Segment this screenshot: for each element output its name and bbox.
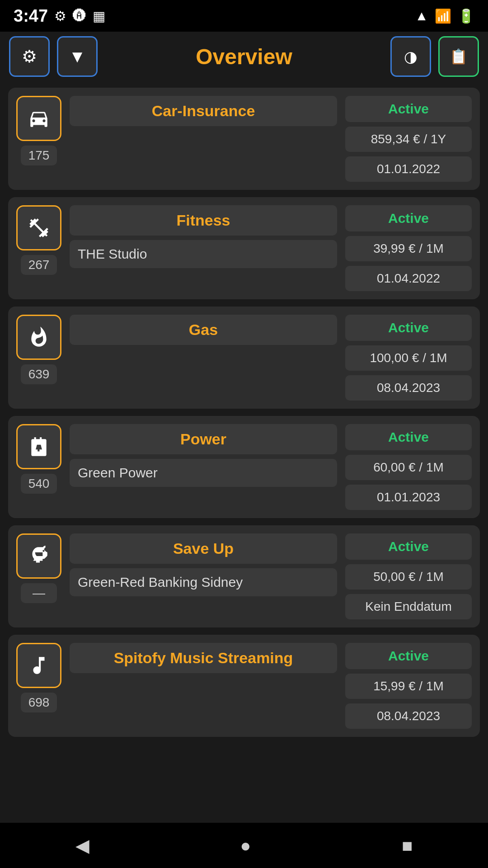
sub-card-left-1: 267 bbox=[16, 205, 61, 275]
sub-card-middle-1: Fitness THE Studio bbox=[70, 205, 337, 268]
sub-price-3: 60,00 € / 1M bbox=[345, 455, 472, 480]
header: ⚙ ▼ Overview ◑ 📋 bbox=[0, 32, 488, 81]
list-item[interactable]: — Save Up Green-Red Banking Sidney Activ… bbox=[8, 525, 480, 627]
sub-date-0: 01.01.2022 bbox=[345, 156, 472, 182]
sub-card-left-0: 175 bbox=[16, 96, 61, 165]
bottom-navigation: ◀ ● ■ bbox=[0, 823, 488, 868]
sub-id-2: 639 bbox=[21, 364, 57, 384]
settings-status-icon: ⚙ bbox=[54, 8, 66, 24]
recent-button[interactable]: ■ bbox=[384, 831, 431, 860]
sub-status-5: Active bbox=[345, 643, 472, 669]
sub-card-right-2: Active 100,00 € / 1M 08.04.2023 bbox=[345, 315, 472, 401]
list-item[interactable]: 175 Car-Insurance Active 859,34 € / 1Y 0… bbox=[8, 88, 480, 190]
sub-status-4: Active bbox=[345, 533, 472, 560]
sub-title-5: Spitofy Music Streaming bbox=[70, 643, 337, 673]
sub-status-1: Active bbox=[345, 205, 472, 231]
back-button[interactable]: ◀ bbox=[57, 830, 108, 860]
sub-card-left-4: — bbox=[16, 533, 61, 603]
refresh-icon: ◑ bbox=[404, 47, 418, 66]
status-time: 3:47 bbox=[14, 6, 48, 26]
sub-card-right-4: Active 50,00 € / 1M Kein Enddatum bbox=[345, 533, 472, 619]
sub-id-0: 175 bbox=[21, 146, 57, 165]
sub-card-right-0: Active 859,34 € / 1Y 01.01.2022 bbox=[345, 96, 472, 182]
sub-card-left-2: 639 bbox=[16, 315, 61, 384]
sub-title-3: Power bbox=[70, 424, 337, 454]
subscription-list: 175 Car-Insurance Active 859,34 € / 1Y 0… bbox=[0, 81, 488, 743]
sub-description-3: Green Power bbox=[70, 459, 337, 487]
sub-title-2: Gas bbox=[70, 315, 337, 345]
sub-card-left-5: 698 bbox=[16, 643, 61, 712]
gear-icon: ⚙ bbox=[22, 47, 37, 66]
sub-date-2: 08.04.2023 bbox=[345, 375, 472, 401]
sub-card-middle-2: Gas bbox=[70, 315, 337, 345]
sub-price-4: 50,00 € / 1M bbox=[345, 564, 472, 590]
signal-icon: 📶 bbox=[435, 8, 451, 24]
home-button[interactable]: ● bbox=[222, 831, 269, 860]
sub-status-0: Active bbox=[345, 96, 472, 122]
sub-description-1: THE Studio bbox=[70, 240, 337, 268]
sub-card-middle-4: Save Up Green-Red Banking Sidney bbox=[70, 533, 337, 596]
filter-button[interactable]: ▼ bbox=[57, 36, 98, 77]
sub-card-right-3: Active 60,00 € / 1M 01.01.2023 bbox=[345, 424, 472, 510]
battery-icon: 🔋 bbox=[458, 8, 474, 24]
sub-date-5: 08.04.2023 bbox=[345, 703, 472, 729]
list-item[interactable]: 267 Fitness THE Studio Active 39,99 € / … bbox=[8, 197, 480, 299]
sub-title-1: Fitness bbox=[70, 205, 337, 236]
sub-icon-5 bbox=[16, 643, 61, 688]
add-list-icon: 📋 bbox=[450, 48, 468, 65]
sub-card-right-1: Active 39,99 € / 1M 01.04.2022 bbox=[345, 205, 472, 291]
sub-price-1: 39,99 € / 1M bbox=[345, 236, 472, 261]
filter-icon: ▼ bbox=[69, 47, 86, 66]
page-title: Overview bbox=[196, 44, 292, 69]
sub-id-5: 698 bbox=[21, 693, 57, 712]
sub-id-4: — bbox=[21, 583, 57, 603]
sub-price-0: 859,34 € / 1Y bbox=[345, 127, 472, 152]
sub-card-middle-5: Spitofy Music Streaming bbox=[70, 643, 337, 673]
sub-date-3: 01.01.2023 bbox=[345, 485, 472, 510]
sub-description-4: Green-Red Banking Sidney bbox=[70, 568, 337, 596]
sub-price-2: 100,00 € / 1M bbox=[345, 345, 472, 371]
list-item[interactable]: 540 Power Green Power Active 60,00 € / 1… bbox=[8, 416, 480, 518]
sub-price-5: 15,99 € / 1M bbox=[345, 674, 472, 699]
sub-id-1: 267 bbox=[21, 255, 57, 275]
sub-card-middle-3: Power Green Power bbox=[70, 424, 337, 487]
refresh-button[interactable]: ◑ bbox=[390, 36, 431, 77]
sub-icon-2 bbox=[16, 315, 61, 360]
sd-status-icon: ▦ bbox=[93, 8, 105, 24]
sub-card-left-3: 540 bbox=[16, 424, 61, 494]
sub-icon-1 bbox=[16, 205, 61, 250]
add-button[interactable]: 📋 bbox=[438, 36, 479, 77]
sub-title-0: Car-Insurance bbox=[70, 96, 337, 126]
sub-card-middle-0: Car-Insurance bbox=[70, 96, 337, 126]
sub-icon-0 bbox=[16, 96, 61, 141]
sub-status-3: Active bbox=[345, 424, 472, 450]
sub-id-3: 540 bbox=[21, 474, 57, 494]
a-status-icon: 🅐 bbox=[73, 8, 86, 24]
sub-icon-3 bbox=[16, 424, 61, 469]
sub-date-4: Kein Enddatum bbox=[345, 594, 472, 619]
status-bar: 3:47 ⚙ 🅐 ▦ ▲ 📶 🔋 bbox=[0, 0, 488, 32]
sub-card-right-5: Active 15,99 € / 1M 08.04.2023 bbox=[345, 643, 472, 729]
list-item[interactable]: 639 Gas Active 100,00 € / 1M 08.04.2023 bbox=[8, 307, 480, 409]
sub-icon-4 bbox=[16, 533, 61, 579]
list-item[interactable]: 698 Spitofy Music Streaming Active 15,99… bbox=[8, 635, 480, 737]
sub-date-1: 01.04.2022 bbox=[345, 266, 472, 291]
sub-status-2: Active bbox=[345, 315, 472, 341]
wifi-icon: ▲ bbox=[415, 8, 428, 24]
settings-button[interactable]: ⚙ bbox=[9, 36, 50, 77]
sub-title-4: Save Up bbox=[70, 533, 337, 564]
